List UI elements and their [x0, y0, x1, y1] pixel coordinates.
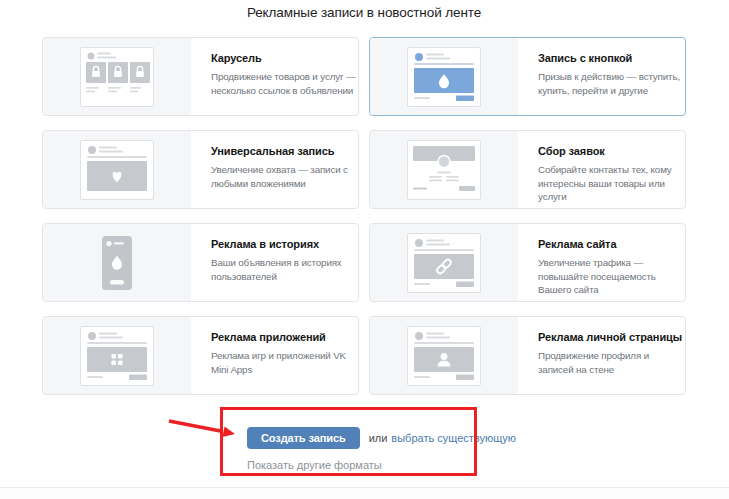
- format-card-description: Увеличение охвата — записи с любыми влож…: [211, 163, 358, 190]
- avatar: [438, 155, 450, 167]
- actions-area: Создать запись или выбрать существующую …: [247, 427, 516, 473]
- format-card-title: Реклама сайта: [538, 238, 685, 250]
- personal-page-thumbnail: [370, 317, 518, 394]
- format-card-description: Продвижение товаров и услуг — несколько …: [211, 70, 358, 97]
- universal-post-thumbnail-card: [80, 140, 154, 200]
- show-other-formats-link[interactable]: Показать другие форматы: [247, 459, 382, 471]
- personal-page-thumbnail-card: [407, 326, 481, 386]
- format-card-site-ad[interactable]: Реклама сайта Увеличение трафика — повыш…: [369, 223, 686, 302]
- lead-form-thumbnail: [370, 131, 518, 208]
- format-card-lead-form[interactable]: Сбор заявок Собирайте контакты тех, кому…: [369, 130, 686, 209]
- site-ad-thumbnail-card: [407, 233, 481, 293]
- bottom-separator: [0, 487, 729, 499]
- or-text: или: [369, 432, 388, 444]
- formats-grid: Карусель Продвижение товаров и услуг — н…: [42, 37, 686, 395]
- format-card-description: Собирайте контакты тех, кому интересны в…: [538, 163, 685, 204]
- universal-post-thumbnail: [43, 131, 191, 208]
- format-card-description: Ваши объявления в историях пользователей: [211, 256, 358, 283]
- lead-form-illustration: [408, 141, 480, 199]
- format-card-description: Увеличение трафика — повышайте посещаемо…: [538, 256, 685, 297]
- format-card-stories[interactable]: Реклама в историях Ваши объявления в ист…: [42, 223, 359, 302]
- format-card-title: Универсальная запись: [211, 145, 358, 157]
- format-card-title: Сбор заявок: [538, 145, 685, 157]
- format-card-description: Продвижение профиля и записей на стене: [538, 349, 685, 376]
- format-card-title: Реклама личной страницы: [538, 331, 685, 343]
- app-ad-illustration: [81, 327, 153, 385]
- lock-icon: [130, 62, 150, 83]
- format-card-carousel[interactable]: Карусель Продвижение товаров и услуг — н…: [42, 37, 359, 116]
- lead-form-thumbnail-card: [407, 140, 481, 200]
- create-post-button[interactable]: Создать запись: [247, 427, 360, 449]
- post-with-button-thumbnail: [370, 38, 518, 115]
- format-card-description: Призыв к действию — вступить, купить, пе…: [538, 70, 685, 97]
- stories-thumbnail: [43, 224, 191, 301]
- format-card-description: Реклама игр и приложений VK Mini Apps: [211, 349, 358, 376]
- lock-icon: [108, 62, 128, 83]
- stories-thumbnail-phone: [81, 234, 153, 292]
- choose-existing-link[interactable]: выбрать существующую: [391, 432, 516, 444]
- stories-illustration: [81, 234, 153, 292]
- format-card-title: Реклама приложений: [211, 331, 358, 343]
- site-ad-thumbnail: [370, 224, 518, 301]
- annotation-arrow-icon: [155, 411, 245, 441]
- format-card-title: Реклама в историях: [211, 238, 358, 250]
- lock-icon: [86, 62, 106, 83]
- format-card-personal-page[interactable]: Реклама личной страницы Продвижение проф…: [369, 316, 686, 395]
- carousel-thumbnail: [43, 38, 191, 115]
- site-ad-illustration: [408, 234, 480, 292]
- page-title: Рекламные записи в новостной ленте: [42, 5, 686, 20]
- format-card-title: Запись с кнопкой: [538, 52, 685, 64]
- carousel-thumbnail-card: [80, 47, 154, 107]
- format-card-post-with-button[interactable]: Запись с кнопкой Призыв к действию — вст…: [369, 37, 686, 116]
- personal-page-illustration: [408, 327, 480, 385]
- post-with-button-illustration: [408, 48, 480, 106]
- format-card-title: Карусель: [211, 52, 358, 64]
- format-card-app-ad[interactable]: Реклама приложений Реклама игр и приложе…: [42, 316, 359, 395]
- carousel-illustration: [81, 48, 153, 106]
- app-ad-thumbnail-card: [80, 326, 154, 386]
- universal-post-illustration: [81, 141, 153, 199]
- format-card-universal-post[interactable]: Универсальная запись Увеличение охвата —…: [42, 130, 359, 209]
- post-with-button-thumbnail-card: [407, 47, 481, 107]
- app-ad-thumbnail: [43, 317, 191, 394]
